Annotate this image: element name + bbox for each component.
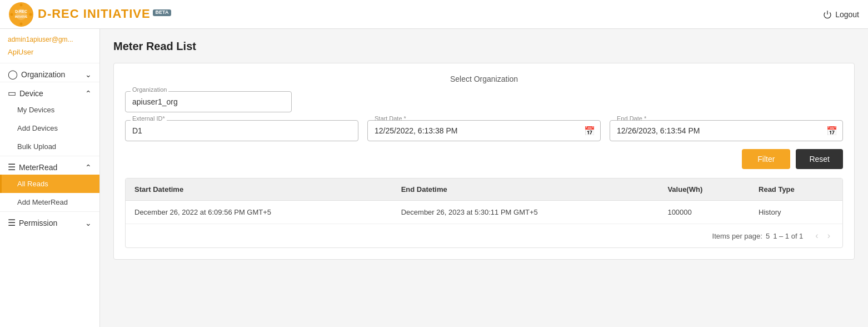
sidebar-section-device[interactable]: ▭ Device ⌃ <box>0 82 99 101</box>
sidebar-section-permission[interactable]: ☰ Permission ⌄ <box>0 211 99 230</box>
pagination-row: Items per page: 5 1 – 1 of 1 ‹ › <box>126 224 842 247</box>
svg-point-7 <box>29 13 32 16</box>
device-section-label: ▭ Device <box>8 88 43 98</box>
table-row: December 26, 2022 at 6:09:56 PM GMT+5 De… <box>126 201 842 224</box>
beta-badge: BETA <box>153 9 172 16</box>
main-content: Meter Read List Select Organization Orga… <box>100 29 868 327</box>
bulk-upload-label: Bulk Upload <box>17 142 56 151</box>
table-header: Start Datetime End Datetime Value(Wh) Re… <box>126 179 842 201</box>
org-chevron-icon: ⌄ <box>85 70 92 79</box>
all-reads-label: All Reads <box>17 180 48 188</box>
next-page-button[interactable]: › <box>824 230 834 242</box>
sidebar-item-my-devices[interactable]: My Devices <box>0 101 99 119</box>
col-read-type: Read Type <box>750 179 842 201</box>
logo-area: D-REC INITIATIVE D-REC INITIATIVE BETA <box>9 2 171 27</box>
logo-svg: D-REC INITIATIVE <box>9 2 33 27</box>
svg-point-4 <box>20 3 23 6</box>
page-title: Meter Read List <box>113 40 855 53</box>
prev-page-button[interactable]: ‹ <box>812 230 821 242</box>
cell-start: December 26, 2022 at 6:09:56 PM GMT+5 <box>126 201 392 224</box>
meter-read-table: Start Datetime End Datetime Value(Wh) Re… <box>126 179 842 224</box>
logout-button[interactable]: Logout <box>823 10 859 19</box>
btn-row: Filter Reset <box>125 149 843 169</box>
reset-button[interactable]: Reset <box>796 149 843 169</box>
cell-type: History <box>750 201 842 224</box>
start-date-field-group: Start Date * 📅 <box>367 120 601 141</box>
sidebar: admin1apiuser@gm... ApiUser ◯ Organizati… <box>0 29 100 327</box>
list-icon: ☰ <box>8 162 16 172</box>
layout: admin1apiuser@gm... ApiUser ◯ Organizati… <box>0 29 868 327</box>
meterread-chevron-icon: ⌃ <box>85 163 92 172</box>
permission-chevron-icon: ⌄ <box>85 219 92 227</box>
monitor-icon: ▭ <box>8 88 16 98</box>
start-date-wrapper: 📅 <box>367 120 601 141</box>
top-header: D-REC INITIATIVE D-REC INITIATIVE BETA L… <box>0 0 868 29</box>
col-value: Value(Wh) <box>659 179 750 201</box>
permission-icon: ☰ <box>8 217 16 228</box>
svg-text:D-REC: D-REC <box>15 9 27 13</box>
logo-icon: D-REC INITIATIVE <box>9 2 33 27</box>
table-header-row: Start Datetime End Datetime Value(Wh) Re… <box>126 179 842 201</box>
permission-section-label: ☰ Permission <box>8 217 57 228</box>
cell-value: 100000 <box>659 201 750 224</box>
end-date-calendar-icon[interactable]: 📅 <box>826 126 837 136</box>
external-id-label: External ID* <box>131 115 167 122</box>
device-chevron-icon: ⌃ <box>85 89 92 98</box>
meterread-label: MeterRead <box>19 163 57 172</box>
pagination-info: Items per page: 5 1 – 1 of 1 <box>712 232 804 240</box>
power-icon <box>823 10 832 19</box>
sidebar-item-bulk-upload[interactable]: Bulk Upload <box>0 137 99 156</box>
org-row: Organization <box>125 91 843 112</box>
external-id-input[interactable] <box>125 120 358 141</box>
logout-label: Logout <box>835 10 859 19</box>
svg-point-5 <box>20 22 23 25</box>
org-section-label: ◯ Organization <box>8 69 65 80</box>
sidebar-user-role: ApiUser <box>0 47 99 63</box>
start-date-input[interactable] <box>367 120 601 141</box>
org-field-label: Organization <box>131 86 168 93</box>
add-meterread-label: Add MeterRead <box>17 198 68 206</box>
end-date-wrapper: 📅 <box>610 120 843 141</box>
svg-point-6 <box>11 13 13 16</box>
items-per-page-value: 5 <box>766 232 770 240</box>
sidebar-user-email: admin1apiuser@gm... <box>0 29 99 47</box>
sidebar-section-meterread[interactable]: ☰ MeterRead ⌃ <box>0 156 99 175</box>
col-end-datetime: End Datetime <box>392 179 659 201</box>
select-org-label: Select Organization <box>125 75 843 83</box>
table-wrapper: Start Datetime End Datetime Value(Wh) Re… <box>125 178 843 248</box>
device-label: Device <box>19 89 43 98</box>
svg-text:INITIATIVE: INITIATIVE <box>15 16 28 18</box>
table-body: December 26, 2022 at 6:09:56 PM GMT+5 De… <box>126 201 842 224</box>
logo-text: D-REC INITIATIVE BETA <box>38 7 171 21</box>
permission-label: Permission <box>19 219 57 227</box>
end-date-input[interactable] <box>610 120 843 141</box>
page-nav: ‹ › <box>812 230 834 242</box>
sidebar-item-all-reads[interactable]: All Reads <box>0 175 99 193</box>
col-start-datetime: Start Datetime <box>126 179 392 201</box>
pagination-range: 1 – 1 of 1 <box>773 232 803 240</box>
cell-end: December 26, 2023 at 5:30:11 PM GMT+5 <box>392 201 659 224</box>
sidebar-item-add-devices[interactable]: Add Devices <box>0 119 99 137</box>
external-id-field-group: External ID* <box>125 120 358 141</box>
my-devices-label: My Devices <box>17 106 54 114</box>
org-input[interactable] <box>125 91 292 112</box>
person-icon: ◯ <box>8 69 18 80</box>
start-date-calendar-icon[interactable]: 📅 <box>584 126 595 136</box>
org-label: Organization <box>21 70 65 79</box>
items-per-page-label: Items per page: <box>712 232 762 240</box>
meterread-section-label: ☰ MeterRead <box>8 162 57 172</box>
org-field-group: Organization <box>125 91 292 112</box>
sidebar-section-organization[interactable]: ◯ Organization ⌄ <box>0 63 99 82</box>
end-date-field-group: End Date * 📅 <box>610 120 843 141</box>
main-card: Select Organization Organization Externa… <box>113 63 855 260</box>
filter-fields-row: External ID* Start Date * 📅 End Date * 📅 <box>125 120 843 141</box>
logo-drec: D-REC INITIATIVE <box>38 7 151 21</box>
filter-button[interactable]: Filter <box>742 149 790 169</box>
sidebar-item-add-meterread[interactable]: Add MeterRead <box>0 193 99 211</box>
add-devices-label: Add Devices <box>17 124 58 132</box>
